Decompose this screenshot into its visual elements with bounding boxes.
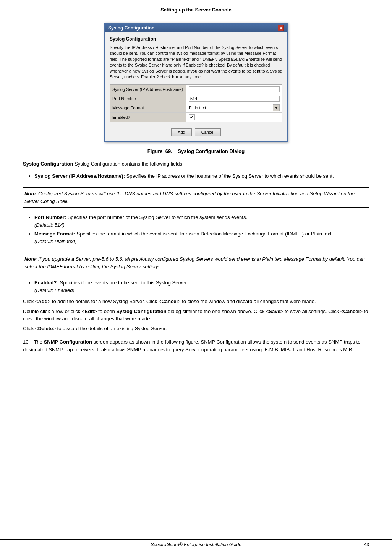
figure-label: Figure xyxy=(147,148,165,154)
format-value: Plain text xyxy=(189,105,273,110)
dialog-title: Syslog Configuration xyxy=(108,25,154,31)
form-label-port: Port Number xyxy=(110,94,186,103)
format-term: Message Format: xyxy=(34,231,75,237)
para-add-cancel: Click <Add> to add the details for a new… xyxy=(23,298,369,305)
intro-text: Syslog Configuration Syslog Configuratio… xyxy=(23,160,369,168)
page-footer: 43 SpectraGuard® Enterprise Installation… xyxy=(0,539,392,547)
add-button[interactable]: Add xyxy=(171,128,192,136)
port-input[interactable] xyxy=(189,96,280,102)
enabled-term: Enabled?: xyxy=(34,280,58,286)
note-box-2: Note: If you upgrade a Server, pre-5.6 t… xyxy=(23,253,369,273)
cancel-button[interactable]: Cancel xyxy=(195,128,221,136)
bullet-list-3: Enabled?: Specifies if the events are to… xyxy=(34,279,369,295)
form-value-format[interactable]: Plain text ▼ xyxy=(186,103,282,112)
para-edit-save: Double-click a row or click <Edit> to op… xyxy=(23,308,369,323)
form-row-enabled: Enabled? ✔ xyxy=(110,113,282,122)
para-snmp: 10. The SNMP Configuration screen appear… xyxy=(23,338,369,353)
bullet-list-2: Port Number: Specifies the port number o… xyxy=(34,214,369,247)
dialog-close-button[interactable]: ✕ xyxy=(278,25,284,31)
note-2-text: Note: If you upgrade a Server, pre-5.6 t… xyxy=(24,256,365,269)
server-input[interactable] xyxy=(189,86,280,92)
form-value-server[interactable] xyxy=(186,85,282,94)
figure-number: 69. xyxy=(165,148,172,154)
form-value-enabled[interactable]: ✔ xyxy=(186,113,282,122)
enabled-checkbox[interactable]: ✔ xyxy=(189,114,195,120)
note-1-text: Note: Configured Syslog Servers will use… xyxy=(24,191,355,204)
bullet-port: Port Number: Specifies the port number o… xyxy=(34,214,369,229)
dialog-body: Syslog Configuration Specify the IP Addr… xyxy=(105,32,287,141)
form-label-format: Message Format xyxy=(110,103,186,112)
form-row-server: Syslog Server (IP Address/Hostname) xyxy=(110,85,282,94)
figure-title: Syslog Configuration Dialog xyxy=(178,148,245,154)
bullet-format: Message Format: Specifies the format in … xyxy=(34,230,369,245)
syslog-config-term: Syslog Configuration xyxy=(23,161,73,167)
bullet-server: Syslog Server (IP Address/Hostname): Spe… xyxy=(34,172,369,180)
dialog-description: Specify the IP Address / Hostname, and P… xyxy=(110,45,282,80)
note-box-1: Note: Configured Syslog Servers will use… xyxy=(23,187,369,208)
format-dropdown[interactable]: Plain text ▼ xyxy=(189,104,280,111)
server-term: Syslog Server (IP Address/Hostname): xyxy=(34,173,125,179)
bullet-list-1: Syslog Server (IP Address/Hostname): Spe… xyxy=(34,172,369,182)
dropdown-arrow-icon[interactable]: ▼ xyxy=(273,104,280,111)
dialog-buttons: Add Cancel xyxy=(110,126,282,138)
port-term: Port Number: xyxy=(34,214,66,220)
form-row-port: Port Number xyxy=(110,94,282,103)
bullet-enabled: Enabled?: Specifies if the events are to… xyxy=(34,279,369,294)
dialog-titlebar: Syslog Configuration ✕ xyxy=(105,23,287,32)
form-label-enabled: Enabled? xyxy=(110,113,186,122)
figure-caption: Figure 69. Syslog Configuration Dialog xyxy=(23,148,369,154)
format-default: (Default: Plain text) xyxy=(34,239,77,244)
footer-text: SpectraGuard® Enterprise Installation Gu… xyxy=(151,542,241,547)
form-value-port[interactable] xyxy=(186,94,282,103)
form-label-server: Syslog Server (IP Address/Hostname) xyxy=(110,85,186,94)
page-number: 43 xyxy=(364,542,369,547)
dialog-screenshot: Syslog Configuration ✕ Syslog Configurat… xyxy=(23,23,369,142)
para-delete: Click <Delete> to discard the details of… xyxy=(23,325,369,333)
page-header: Setting up the Server Console xyxy=(23,4,369,19)
dialog-section-title: Syslog Configuration xyxy=(110,36,282,42)
form-row-format: Message Format Plain text ▼ xyxy=(110,103,282,113)
syslog-dialog: Syslog Configuration ✕ Syslog Configurat… xyxy=(104,23,288,142)
dialog-form: Syslog Server (IP Address/Hostname) Port… xyxy=(110,84,282,122)
enabled-default: (Default: Enabled) xyxy=(34,287,75,293)
port-default: (Default: 514) xyxy=(34,222,65,228)
